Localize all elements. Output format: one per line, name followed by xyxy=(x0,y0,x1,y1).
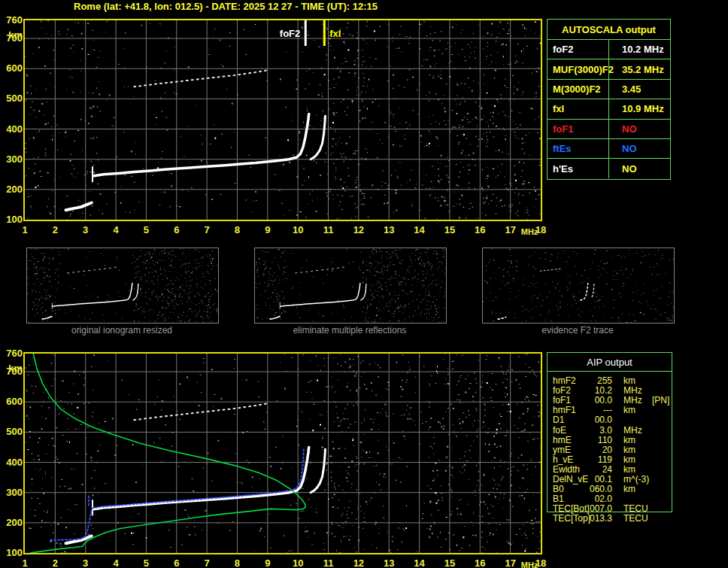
x-tick-label: 9 xyxy=(256,224,279,235)
ionogram-plot-top: foF2fxI xyxy=(23,19,542,221)
aip-unit: km xyxy=(623,376,635,386)
autoscala-table-rows: foF210.2 MHzMUF(3000)F235.2 MHzM(3000)F2… xyxy=(548,40,670,178)
thumbnail-canvas xyxy=(255,248,446,323)
x-tick-label: 16 xyxy=(469,557,491,568)
x-tick-label: 1 xyxy=(14,224,36,235)
aip-row-foF1: foF100.0MHz[PN] xyxy=(548,396,672,405)
aip-label: B0 xyxy=(553,484,564,494)
autoscala-row-label: h'Es xyxy=(548,159,609,178)
y-axis-unit: km xyxy=(0,363,23,374)
x-tick-label: 3 xyxy=(74,557,97,568)
x-tick-label: 1 xyxy=(14,557,36,568)
autoscala-row-label: foF1 xyxy=(548,120,609,138)
aip-value: 20 xyxy=(569,445,612,455)
aip-row-h_vE: h_vE119km xyxy=(548,455,672,465)
aip-extra: [PN] xyxy=(652,396,669,405)
aip-table-title: AIP output xyxy=(548,353,672,372)
aip-label: foE xyxy=(553,426,566,436)
autoscala-row-value: 3.45 xyxy=(609,84,670,95)
autoscala-row-fxI: fxI10.9 MHz xyxy=(548,99,670,119)
aip-value: 3.0 xyxy=(569,426,612,436)
y-tick-label: 500 xyxy=(0,427,23,437)
x-tick-label: 10 xyxy=(287,557,309,568)
aip-row-DelN_vE: DelN_vE00.1m^(-3) xyxy=(548,475,672,484)
aip-row-foF2: foF210.2MHz xyxy=(548,386,672,396)
aip-value: 00.1 xyxy=(569,475,612,484)
x-tick-label: 2 xyxy=(44,224,66,235)
aip-row-hmE: hmE110km xyxy=(548,436,672,445)
marker-label-foF2: foF2 xyxy=(280,28,300,39)
y-tick-label: 600 xyxy=(0,396,23,407)
autoscala-row-label: ftEs xyxy=(548,139,609,158)
autoscala-row-foF2: foF210.2 MHz xyxy=(548,40,670,59)
x-tick-label: 11 xyxy=(317,557,340,568)
x-tick-label: 6 xyxy=(165,557,188,568)
x-axis-unit: MHz xyxy=(521,560,538,568)
autoscala-row-MUF(3000)F2: MUF(3000)F235.2 MHz xyxy=(548,59,670,79)
x-tick-label: 7 xyxy=(196,224,218,235)
aip-row-foE: foE3.0MHz xyxy=(548,426,672,436)
aip-value: 013.3 xyxy=(569,514,612,524)
aip-value: 060.0 xyxy=(569,484,612,494)
aip-unit: km xyxy=(623,436,635,445)
y-tick-label: 100 xyxy=(0,548,23,558)
x-tick-label: 17 xyxy=(499,224,522,235)
autoscala-row-value: 10.2 MHz xyxy=(609,44,670,55)
aip-label: B1 xyxy=(553,494,564,504)
autoscala-row-h'Es: h'EsNO xyxy=(548,159,670,178)
thumbnail-caption: original ionogram resized xyxy=(26,325,218,336)
y-tick-label: 600 xyxy=(0,63,23,74)
aip-unit: MHz xyxy=(623,426,642,436)
y-tick-label: 200 xyxy=(0,184,23,195)
x-tick-label: 14 xyxy=(408,224,431,235)
thumbnail-original-ionogram xyxy=(26,248,219,323)
autoscala-row-M(3000)F2: M(3000)F23.45 xyxy=(548,80,670,99)
aip-row-D1: D100.0 xyxy=(548,415,672,425)
x-tick-label: 12 xyxy=(347,224,370,235)
autoscala-row-label: MUF(3000)F2 xyxy=(548,59,609,78)
aip-unit: TECU xyxy=(623,514,648,524)
autoscala-row-label: fxI xyxy=(548,99,609,118)
x-tick-label: 7 xyxy=(196,557,218,568)
thumbnail-canvas xyxy=(27,248,218,323)
aip-unit: TECU xyxy=(623,504,648,514)
aip-row-B0: B0060.0km xyxy=(548,484,672,494)
aip-unit: km xyxy=(623,455,635,465)
y-tick-label: 400 xyxy=(0,457,23,468)
autoscala-row-label: foF2 xyxy=(548,40,609,59)
aip-label: D1 xyxy=(553,415,564,425)
aip-value: 007.0 xyxy=(569,504,612,514)
aip-output-table: AIP output hmF2255kmfoF210.2MHzfoF100.0M… xyxy=(547,352,672,512)
x-tick-label: 14 xyxy=(408,557,431,568)
x-tick-label: 5 xyxy=(135,557,157,568)
thumbnail-caption: evidence F2 trace xyxy=(481,325,674,336)
x-tick-label: 4 xyxy=(105,557,127,568)
ionogram-bottom-canvas xyxy=(25,354,541,553)
thumbnail-canvas xyxy=(483,248,674,323)
aip-value: 02.0 xyxy=(569,494,612,504)
x-tick-label: 17 xyxy=(499,557,522,568)
autoscala-row-label: M(3000)F2 xyxy=(548,80,609,99)
ionogram-top-canvas: foF2fxI xyxy=(25,20,541,220)
x-tick-label: 6 xyxy=(165,224,188,235)
x-tick-label: 4 xyxy=(105,224,127,235)
x-tick-label: 3 xyxy=(74,224,97,235)
aip-row-TEC[Bot]: TEC[Bot]007.0TECU xyxy=(548,504,672,514)
autoscala-row-value: NO xyxy=(609,163,670,175)
autoscala-row-value: NO xyxy=(609,123,670,135)
autoscala-row-ftEs: ftEsNO xyxy=(548,139,670,159)
x-tick-label: 8 xyxy=(226,557,248,568)
y-tick-label: 400 xyxy=(0,124,23,135)
x-tick-label: 5 xyxy=(135,224,157,235)
y-axis-unit: km xyxy=(0,30,23,41)
aip-value: 110 xyxy=(569,436,612,445)
x-tick-label: 11 xyxy=(317,224,340,235)
x-tick-label: 15 xyxy=(438,224,461,235)
aip-row-TEC[Top]: TEC[Top]013.3TECU xyxy=(548,514,672,524)
aip-value: 00.0 xyxy=(569,396,612,405)
marker-label-fxI: fxI xyxy=(329,28,341,39)
x-tick-label: 13 xyxy=(378,557,400,568)
x-tick-label: 10 xyxy=(287,224,309,235)
y-tick-label: 300 xyxy=(0,488,23,498)
y-tick-label: 100 xyxy=(0,214,23,225)
